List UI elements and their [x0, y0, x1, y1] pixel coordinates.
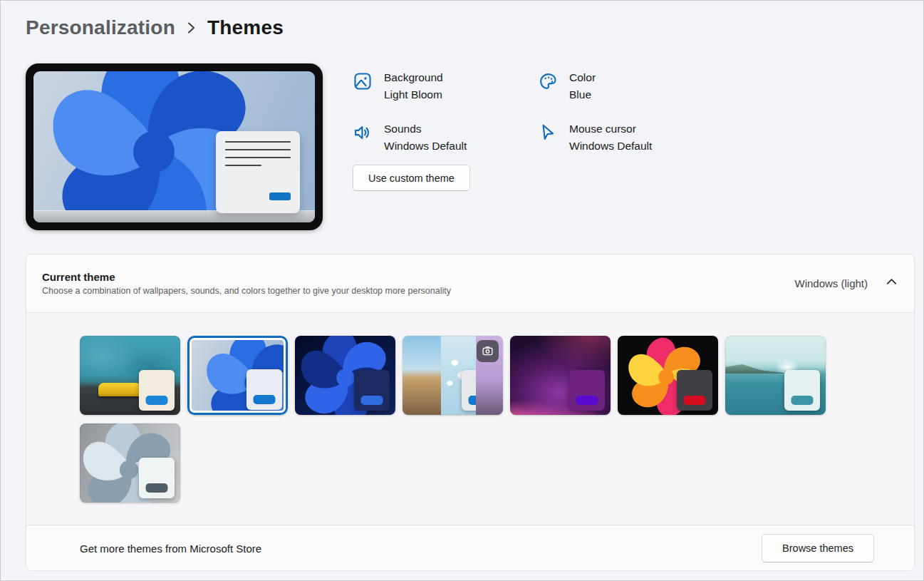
camera-icon [477, 340, 499, 362]
theme-accent-pill [254, 395, 276, 404]
theme-thumbnail-purple-glow[interactable] [510, 336, 611, 415]
palette-icon [538, 71, 558, 91]
attribute-value: Windows Default [384, 138, 467, 155]
theme-art [725, 336, 826, 415]
browse-themes-button[interactable]: Browse themes [762, 534, 874, 562]
theme-art [618, 336, 718, 415]
cursor-icon [538, 123, 558, 143]
theme-accent-pill [146, 396, 168, 405]
theme-accent-pill [684, 396, 706, 405]
page-title: Themes [207, 16, 284, 39]
attribute-label: Mouse cursor [569, 120, 652, 138]
breadcrumb-personalization[interactable]: Personalization [26, 16, 175, 39]
theme-art [80, 423, 180, 503]
current-theme-subtitle: Choose a combination of wallpapers, soun… [42, 286, 451, 296]
selected-theme-value: Windows (light) [794, 277, 868, 289]
current-theme-card: Current theme Choose a combination of wa… [26, 254, 915, 571]
theme-window-swatch [246, 369, 282, 410]
theme-accent-pill [146, 483, 168, 493]
attribute-value: Blue [569, 86, 596, 103]
attribute-label: Background [384, 69, 443, 86]
theme-thumbnail-windows-light[interactable] [187, 336, 288, 415]
sample-window-accent-button [269, 192, 291, 200]
sample-window-text-lines [216, 131, 300, 166]
theme-thumbnail-captured-motion[interactable] [618, 336, 718, 415]
theme-thumbnails-grid [26, 313, 914, 525]
get-more-themes-text: Get more themes from Microsoft Store [80, 543, 261, 555]
use-custom-theme-button[interactable]: Use custom theme [353, 165, 470, 191]
theme-art [510, 336, 611, 415]
theme-window-swatch [569, 370, 605, 411]
theme-accent-pill [576, 396, 598, 405]
current-theme-title: Current theme [42, 271, 451, 283]
theme-preview [26, 63, 323, 230]
preview-sample-window [216, 131, 300, 213]
attribute-mouse-cursor: Mouse cursor Windows Default [538, 120, 652, 155]
get-more-themes-row: Get more themes from Microsoft Store Bro… [26, 525, 914, 571]
theme-art [192, 340, 284, 411]
attribute-value: Windows Default [569, 138, 652, 155]
theme-window-swatch [784, 370, 820, 411]
theme-thumbnail-yellow-car[interactable] [80, 336, 180, 415]
theme-window-swatch [139, 370, 175, 411]
attribute-label: Sounds [384, 120, 467, 138]
speaker-icon [353, 123, 373, 143]
theme-accent-pill [469, 396, 491, 405]
attribute-value: Light Bloom [384, 86, 443, 103]
chevron-right-icon [187, 20, 196, 36]
theme-window-swatch [677, 370, 712, 411]
theme-art [80, 336, 180, 415]
theme-art [403, 336, 503, 415]
attribute-background: Background Light Bloom [353, 69, 538, 103]
theme-attributes: Background Light Bloom Color Blue Sounds… [353, 69, 652, 155]
attribute-sounds: Sounds Windows Default [353, 120, 538, 155]
theme-thumbnail-gray-bloom[interactable] [80, 423, 180, 503]
attribute-label: Color [569, 69, 596, 86]
theme-thumbnail-sunrise-lake[interactable] [725, 336, 826, 415]
theme-window-swatch [354, 370, 390, 411]
theme-thumbnail-spotlight-collage[interactable] [403, 336, 503, 415]
theme-accent-pill [361, 396, 383, 405]
current-theme-header[interactable]: Current theme Choose a combination of wa… [26, 254, 914, 312]
breadcrumb: Personalization Themes [26, 16, 284, 39]
theme-accent-pill [791, 396, 814, 405]
theme-preview-screen [33, 71, 315, 222]
theme-art [295, 336, 395, 415]
chevron-up-icon[interactable] [885, 275, 898, 292]
theme-window-swatch [462, 370, 497, 411]
theme-window-swatch [139, 458, 175, 498]
theme-thumbnail-windows-dark[interactable] [295, 336, 395, 415]
image-icon [353, 71, 373, 91]
attribute-color: Color Blue [538, 69, 652, 103]
